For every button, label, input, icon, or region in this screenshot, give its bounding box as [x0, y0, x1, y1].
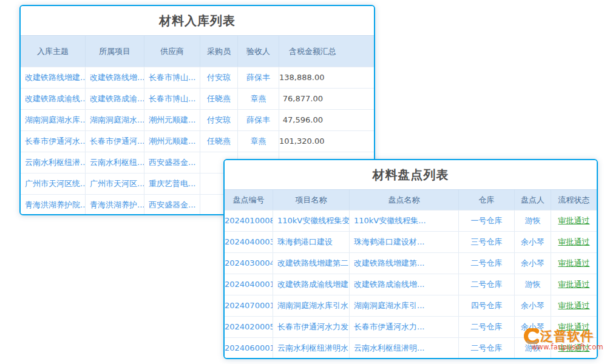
- cell-code-link[interactable]: 2024010008: [225, 211, 273, 231]
- cell-name-link[interactable]: 改建铁路成渝线增...: [350, 274, 459, 295]
- cell-purchaser: 付安琼: [200, 67, 238, 88]
- cell-supplier-link[interactable]: 潮州元顺建...: [144, 110, 200, 130]
- cell-code-link[interactable]: 2024020005: [225, 317, 273, 337]
- cell-supplier-link[interactable]: 长春市博山...: [144, 89, 200, 109]
- column-header-warehouse: 仓库: [459, 190, 515, 210]
- cell-person: 余小琴: [515, 253, 551, 274]
- cell-project-link[interactable]: 云南水利枢纽...: [86, 152, 144, 173]
- column-header-amount: 含税金额汇总: [279, 36, 374, 67]
- cell-purchaser: 任晓燕: [200, 89, 238, 109]
- cell-warehouse: 三号仓库: [459, 232, 515, 252]
- cell-inspector: 薛保丰: [238, 67, 279, 88]
- cell-project-link[interactable]: 长春市伊通河...: [86, 131, 144, 152]
- cell-code-link[interactable]: 2024060001: [225, 338, 273, 359]
- cell-supplier-link[interactable]: 潮州元顺建...: [144, 131, 200, 152]
- cell-amount: 76,877.00: [279, 89, 374, 109]
- cell-project-link[interactable]: 云南水利枢纽潜明水...: [273, 338, 350, 359]
- cell-name-link[interactable]: 长春市伊通河水力...: [350, 317, 459, 337]
- cell-code-link[interactable]: 2024040001: [225, 274, 273, 295]
- cell-subject-link[interactable]: 长春市伊通河水...: [21, 131, 86, 152]
- cell-status-link[interactable]: 审批通过: [551, 274, 597, 295]
- table-row: 2024030004 改建铁路线增建第二... 改建铁路线增建第... 二号仓库…: [225, 252, 597, 274]
- cell-person: 游恢: [515, 274, 551, 295]
- table-row: 改建铁路线增建... 改建铁路线增... 长春市博山... 付安琼 薛保丰 13…: [21, 67, 374, 88]
- cell-name-link[interactable]: 湖南洞庭湖水库引...: [350, 295, 459, 316]
- column-header-amount-label: 含税金额汇总: [289, 46, 333, 57]
- stocktake-window-title: 材料盘点列表: [225, 160, 597, 189]
- watermark-brand: 泛普软件: [540, 328, 594, 345]
- fanpu-logo-icon: [522, 328, 539, 344]
- table-row: 湖南洞庭湖水库... 湖南洞庭湖水... 潮州元顺建... 付安琼 薛保丰 47…: [21, 109, 374, 130]
- cell-person: 余小琴: [515, 295, 551, 316]
- cell-inspector: 章燕: [238, 89, 279, 109]
- cell-name-link[interactable]: 改建铁路线增建第...: [350, 253, 459, 274]
- cell-subject-link[interactable]: 改建铁路成渝线...: [21, 89, 86, 109]
- cell-inspector: 薛保丰: [238, 110, 279, 130]
- cell-subject-link[interactable]: 云南水利枢纽潜...: [21, 152, 86, 173]
- stocktake-header-row: 盘点编号 项目名称 盘点名称 仓库 盘点人 流程状态: [225, 189, 597, 210]
- cell-warehouse: 二号仓库: [459, 253, 515, 274]
- cell-name-link[interactable]: 云南水利枢纽潜明...: [350, 338, 459, 359]
- cell-project-link[interactable]: 青海洪湖养护...: [86, 195, 144, 215]
- cell-project-link[interactable]: 湖南洞庭湖水库引水...: [273, 295, 350, 316]
- cell-code-link[interactable]: 2024070001: [225, 295, 273, 316]
- column-header-person: 盘点人: [515, 190, 551, 210]
- cell-code-link[interactable]: 2024040003: [225, 232, 273, 252]
- table-row: 2024010008 110kV安徽线程集变... 110kV安徽线程集... …: [225, 210, 597, 231]
- cell-amount: 101,320.00: [279, 131, 374, 152]
- table-row: 2024070001 湖南洞庭湖水库引水... 湖南洞庭湖水库引... 四号仓库…: [225, 295, 597, 316]
- inbound-window-title: 材料入库列表: [21, 6, 374, 35]
- cell-code-link[interactable]: 2024030004: [225, 253, 273, 274]
- cell-status-link[interactable]: 审批通过: [551, 295, 597, 316]
- cell-project-link[interactable]: 改建铁路线增建第二...: [273, 253, 350, 274]
- cell-warehouse: 二号仓库: [459, 317, 515, 337]
- cell-warehouse: 二号仓库: [459, 274, 515, 295]
- cell-supplier-link[interactable]: 西安盛器金...: [144, 152, 200, 173]
- cell-warehouse: 四号仓库: [459, 295, 515, 316]
- watermark-url: www.fanpusoft.com: [522, 343, 603, 351]
- cell-subject-link[interactable]: 青海洪湖养护院...: [21, 195, 86, 215]
- cell-project-link[interactable]: 长春市伊通河水力发...: [273, 317, 350, 337]
- inbound-header-row: 入库主题 所属项目 供应商 采购员 验收人 含税金额汇总: [21, 35, 374, 67]
- column-header-subject: 入库主题: [21, 36, 86, 67]
- fanpu-watermark: 泛普软件 www.fanpusoft.com: [522, 328, 603, 351]
- cell-amount: 47,596.00: [279, 110, 374, 130]
- column-header-project: 所属项目: [86, 36, 144, 67]
- cell-supplier-link[interactable]: 长春市博山...: [144, 67, 200, 88]
- column-header-code: 盘点编号: [225, 190, 273, 210]
- cell-supplier-link[interactable]: 西安盛器金...: [144, 195, 200, 215]
- cell-supplier-link[interactable]: 重庆艺普电...: [144, 174, 200, 194]
- cell-project-link[interactable]: 珠海鹤港口建设: [273, 232, 350, 252]
- column-header-name: 盘点名称: [350, 190, 459, 210]
- cell-status-link[interactable]: 审批通过: [551, 253, 597, 274]
- table-row: 2024040001 改建铁路成渝线增建... 改建铁路成渝线增... 二号仓库…: [225, 274, 597, 295]
- cell-project-link[interactable]: 湖南洞庭湖水...: [86, 110, 144, 130]
- cell-subject-link[interactable]: 广州市天河区统...: [21, 174, 86, 194]
- cell-name-link[interactable]: 110kV安徽线程集...: [350, 211, 459, 231]
- cell-purchaser: 付安琼: [200, 110, 238, 130]
- cell-purchaser: 任晓燕: [200, 131, 238, 152]
- cell-subject-link[interactable]: 湖南洞庭湖水库...: [21, 110, 86, 130]
- cell-project-link[interactable]: 改建铁路线增...: [86, 67, 144, 88]
- column-header-supplier: 供应商: [144, 36, 200, 67]
- column-header-project: 项目名称: [273, 190, 350, 210]
- cell-project-link[interactable]: 广州市天河区...: [86, 174, 144, 194]
- cell-project-link[interactable]: 改建铁路成渝...: [86, 89, 144, 109]
- cell-subject-link[interactable]: 改建铁路线增建...: [21, 67, 86, 88]
- cell-status-link[interactable]: 审批通过: [551, 211, 597, 231]
- cell-person: 余小琴: [515, 232, 551, 252]
- table-row: 改建铁路成渝线... 改建铁路成渝... 长春市博山... 任晓燕 章燕 76,…: [21, 88, 374, 109]
- cell-name-link[interactable]: 珠海鹤港口建设材...: [350, 232, 459, 252]
- cell-warehouse: 二号仓库: [459, 338, 515, 359]
- cell-status-link[interactable]: 审批通过: [551, 232, 597, 252]
- column-header-purchaser: 采购员: [200, 36, 238, 67]
- column-header-status: 流程状态: [551, 190, 597, 210]
- table-row: 2024040003 珠海鹤港口建设 珠海鹤港口建设材... 三号仓库 余小琴 …: [225, 231, 597, 252]
- cell-person: 游恢: [515, 211, 551, 231]
- cell-project-link[interactable]: 改建铁路成渝线增建...: [273, 274, 350, 295]
- cell-amount: 138,888.00: [279, 67, 374, 88]
- cell-project-link[interactable]: 110kV安徽线程集变...: [273, 211, 350, 231]
- table-row: 长春市伊通河水... 长春市伊通河... 潮州元顺建... 任晓燕 章燕 101…: [21, 130, 374, 152]
- cell-inspector: 章燕: [238, 131, 279, 152]
- column-header-inspector: 验收人: [238, 36, 279, 67]
